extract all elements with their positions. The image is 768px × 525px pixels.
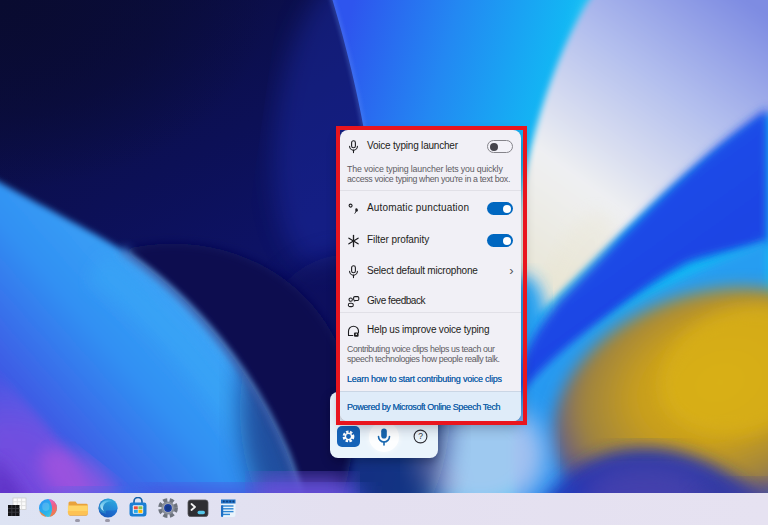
svg-text:?: ?	[418, 431, 423, 441]
